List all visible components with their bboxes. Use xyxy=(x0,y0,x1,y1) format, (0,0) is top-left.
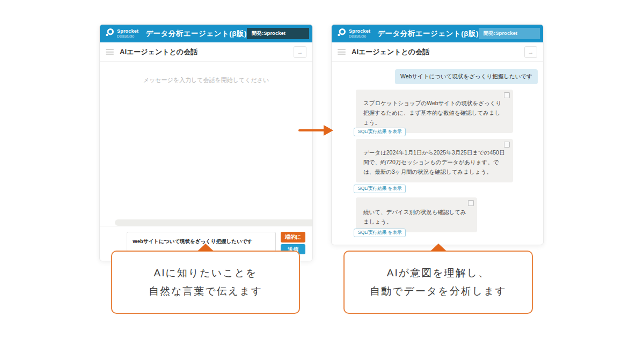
empty-state-message: メッセージを入力して会話を開始してください xyxy=(100,62,312,84)
callout-pointer-triangle xyxy=(430,244,447,251)
conversation-title: AIエージェントとの会話 xyxy=(352,47,429,57)
transition-arrow-head xyxy=(324,125,333,136)
ai-message-bubble: スプロケットショップのWebサイトの現状をざっくり把握するために、まず基本的な数… xyxy=(356,90,513,133)
copy-icon[interactable] xyxy=(468,200,474,206)
callout-text-line: 自然な言葉で伝えます xyxy=(149,284,262,299)
ai-message-text: スプロケットショップのWebサイトの現状をざっくり把握するために、まず基本的な数… xyxy=(363,100,501,126)
logo-subtitle: DataStudio xyxy=(117,35,138,39)
sprocket-logo-text: Sprocket DataStudio xyxy=(117,29,138,39)
callout-text-line: 自動でデータを分析します xyxy=(370,284,507,299)
ai-message-bubble: 続いて、デバイス別の状況も確認してみましょう。 xyxy=(356,197,477,232)
sprocket-logo-text: Sprocket DataStudio xyxy=(349,29,370,39)
callout-right: AIが意図を理解し、 自動でデータを分析します xyxy=(343,251,533,314)
sql-results-toggle-button[interactable]: SQL/実行結果 を表示 xyxy=(354,128,406,136)
sql-results-toggle-button[interactable]: SQL/実行結果 を表示 xyxy=(354,185,406,193)
developer-badge: 開発:Sprocket xyxy=(479,28,540,39)
logo-subtitle: DataStudio xyxy=(349,35,370,39)
callout-text-line: AIが意図を理解し、 xyxy=(387,266,489,281)
menu-icon[interactable] xyxy=(338,49,346,55)
conversation-title: AIエージェントとの会話 xyxy=(120,47,197,57)
forward-arrow-button[interactable]: → xyxy=(294,46,306,58)
app-header: Sprocket DataStudio データ分析エージェント(β版) 開発:S… xyxy=(100,25,312,42)
callout-left: AIに知りたいことを 自然な言葉で伝えます xyxy=(111,251,300,314)
transition-arrow-line xyxy=(298,129,325,131)
ai-message-text: 続いて、デバイス別の状況も確認してみましょう。 xyxy=(363,209,466,225)
copy-icon[interactable] xyxy=(504,92,510,98)
sprocket-logo: Sprocket DataStudio xyxy=(337,28,370,39)
logo-title: Sprocket xyxy=(117,29,138,34)
chat-window-before: Sprocket DataStudio データ分析エージェント(β版) 開発:S… xyxy=(99,24,313,261)
logo-title: Sprocket xyxy=(349,29,370,34)
app-header: Sprocket DataStudio データ分析エージェント(β版) 開発:S… xyxy=(332,25,543,42)
concise-button[interactable]: 端的に xyxy=(281,232,305,243)
footer-shadow-bar xyxy=(115,219,312,226)
sql-results-toggle-button[interactable]: SQL/実行結果 を表示 xyxy=(354,229,406,237)
callout-pointer-triangle xyxy=(197,244,214,251)
sprocket-logo: Sprocket DataStudio xyxy=(105,28,138,39)
chat-window-after: Sprocket DataStudio データ分析エージェント(β版) 開発:S… xyxy=(331,24,544,245)
copy-icon[interactable] xyxy=(504,142,510,148)
ai-message-bubble: データは2024年1月1日から2025年3月25日までの450日間で、約720万… xyxy=(356,139,513,182)
menu-icon[interactable] xyxy=(106,49,114,55)
app-title: データ分析エージェント(β版) xyxy=(145,29,247,39)
ai-message-text: データは2024年1月1日から2025年3月25日までの450日間で、約720万… xyxy=(363,149,504,175)
forward-arrow-button[interactable]: → xyxy=(524,46,537,58)
app-title: データ分析エージェント(β版) xyxy=(377,29,479,39)
conversation-header: AIエージェントとの会話 → xyxy=(100,42,312,62)
conversation-header: AIエージェントとの会話 → xyxy=(332,42,543,62)
user-message-bubble: Webサイトについて現状をざっくり把握したいです xyxy=(395,69,538,84)
developer-badge: 開発:Sprocket xyxy=(247,28,309,39)
sprocket-logo-icon xyxy=(337,28,346,39)
callout-text-line: AIに知りたいことを xyxy=(153,266,257,281)
sprocket-logo-icon xyxy=(105,28,114,39)
